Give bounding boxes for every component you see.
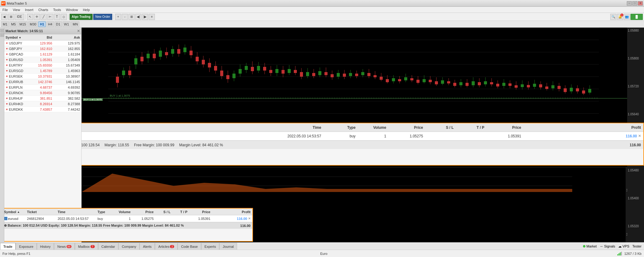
svg-rect-86 (349, 73, 352, 76)
market-row-11[interactable]: ▼ EURHKD 8.26914 8.27388 (4, 101, 81, 107)
market-row-1[interactable]: ▼ GBPJPY 162.810 162.855 (4, 46, 81, 52)
toolbar-grid[interactable]: ⊞ (128, 14, 135, 20)
direction-arrow-10: ▼ (6, 97, 8, 100)
new-order-button[interactable]: New Order (93, 14, 112, 20)
svg-rect-160 (576, 88, 579, 91)
timeframe-m30[interactable]: M30 (28, 21, 38, 27)
algo-trading-button[interactable]: Algo Trading (70, 14, 93, 20)
timeframe-m15[interactable]: M15 (18, 21, 28, 27)
svg-rect-116 (441, 80, 444, 84)
help-text: For Help, press F1 (2, 252, 30, 255)
market-row-6[interactable]: ▼ EURSEK 10.37931 10.38907 (4, 74, 81, 79)
direction-arrow-0: ▼ (6, 42, 8, 45)
toolbar-scroll-left[interactable]: ◀| (135, 14, 141, 20)
toolbox-btn-1[interactable]: ↕ (0, 29, 4, 33)
svg-rect-142 (521, 84, 524, 87)
menu-window[interactable]: Window (65, 8, 79, 12)
bottom-tab-company[interactable]: Company (118, 243, 140, 250)
menu-tools[interactable]: Tools (52, 8, 62, 12)
bottom-tab-mailbox[interactable]: Mailbox7 (75, 243, 98, 250)
toolbar-zoom-out[interactable]: - (122, 14, 128, 20)
bottom-tab-history[interactable]: History (37, 243, 54, 250)
bottom-tab-trade[interactable]: Trade (0, 243, 16, 250)
close-button[interactable]: ✕ (638, 1, 643, 6)
toolbar-more[interactable]: ≡ (149, 14, 155, 20)
bottom-tab-code-base[interactable]: Code Base (178, 243, 201, 250)
td-volume-1: 1 (358, 134, 389, 138)
toolbar-arrow[interactable]: ↖ (27, 14, 33, 20)
bottom-tab-news[interactable]: News99 (54, 243, 75, 250)
toolbar-search[interactable]: 🔍 (610, 14, 616, 20)
menu-file[interactable]: File (1, 8, 9, 12)
timeframe-d1[interactable]: D1 (55, 21, 62, 27)
direction-arrow-5: ▼ (6, 69, 8, 72)
toolbar-scroll-right[interactable]: |▶ (142, 14, 148, 20)
svg-rect-92 (367, 73, 370, 76)
toolbar-status-bar[interactable]: ▐▌ (631, 14, 643, 20)
svg-rect-34 (190, 51, 193, 55)
std-price2-1: 1.05391 (189, 217, 212, 221)
market-bid-5: 1.45789 (29, 69, 53, 73)
market-row-2[interactable]: ▼ GBPCAD 1.61129 1.61184 (4, 52, 81, 57)
timeframe-h1[interactable]: H1 (38, 21, 46, 27)
toolbar-zoom-in[interactable]: + (115, 14, 121, 20)
toolbar-contacts[interactable]: 👥 (624, 14, 630, 20)
signals-icon[interactable]: ↔ Signals (600, 244, 615, 248)
timeframe-h4[interactable]: H4 (46, 21, 54, 27)
bottom-tab-exposure[interactable]: Exposure (16, 243, 36, 250)
market-row-4[interactable]: ▼ EURTRY 15.65550 15.67349 (4, 63, 81, 68)
toolbar-text[interactable]: T (54, 14, 60, 20)
market-row-12[interactable]: ▼ EURDKK 7.43857 7.44242 (4, 107, 81, 112)
timeframe-m5[interactable]: M5 (10, 21, 17, 27)
market-row-3[interactable]: ▼ EURUSD 1.05391 1.05409 (4, 57, 81, 63)
market-row-5[interactable]: ▼ EURSGD 1.45789 1.45963 (4, 68, 81, 74)
menu-insert[interactable]: Insert (24, 8, 35, 12)
bottom-tab-journal[interactable]: Journal (219, 243, 237, 250)
menu-view[interactable]: View (12, 8, 21, 12)
toolbar-ide[interactable]: IDE (15, 14, 24, 20)
status-services: Market ↔ Signals ☁ VPS Tester (583, 243, 642, 250)
minimize-button[interactable]: ─ (627, 1, 632, 6)
toolbar-shape[interactable]: ◇ (61, 14, 67, 20)
toolbar-line[interactable]: ╱ (40, 14, 47, 20)
menu-help[interactable]: Help (82, 8, 91, 12)
bottom-tab-experts[interactable]: Experts (201, 243, 219, 250)
tester-icon[interactable]: Tester (632, 244, 642, 248)
market-bid-7: 142.3746 (29, 80, 53, 84)
market-row-9[interactable]: ▼ EURNOK 9.89456 9.90785 (4, 90, 81, 96)
std-symbol-1: - eurusd (2, 217, 25, 221)
toolbar-notification[interactable]: 🔔1 (617, 14, 623, 20)
market-ask-2: 1.61184 (53, 52, 81, 56)
timeframe-mn[interactable]: MN (71, 21, 79, 27)
bottom-tab-calendar[interactable]: Calendar (98, 243, 119, 250)
toolbar-crosshair[interactable]: ✛ (34, 14, 40, 20)
vps-icon[interactable]: ☁ VPS (618, 244, 629, 248)
menu-charts[interactable]: Charts (37, 8, 49, 12)
svg-rect-46 (226, 75, 229, 79)
market-watch-close-button[interactable]: ✕ (77, 29, 80, 33)
direction-arrow-2: ▼ (6, 53, 8, 56)
sth-price: Price (132, 210, 155, 214)
toolbox-btn-2[interactable]: ─ (0, 33, 4, 37)
market-row-10[interactable]: ▼ EURHUF 381.851 382.582 (4, 96, 81, 101)
toolbar-new-chart[interactable]: ⊞ (8, 14, 14, 20)
bottom-tab-articles[interactable]: Articles2 (155, 243, 178, 250)
market-icon[interactable]: Market (583, 244, 597, 248)
bottom-tab-alerts[interactable]: Alerts (140, 243, 155, 250)
market-bid-9: 9.89456 (29, 91, 53, 95)
counter-text: 1267 / 3 Kb (624, 252, 642, 255)
maximize-button[interactable]: □ (632, 1, 637, 6)
svg-rect-12 (122, 71, 125, 75)
toolbar-back[interactable]: ◀ (1, 14, 7, 20)
timeframe-m1[interactable]: M1 (1, 21, 9, 27)
sth-type: Type (96, 210, 114, 214)
toolbar-fib[interactable]: ⊢ (47, 14, 53, 20)
small-close-trade-1[interactable]: ✕ (248, 217, 251, 220)
timeframe-w1[interactable]: W1 (63, 21, 71, 27)
market-row-8[interactable]: ▼ EURPLN 4.68737 4.69392 (4, 85, 81, 90)
close-trade-button-1[interactable]: ✕ (638, 134, 641, 138)
th-tp: T / P (456, 125, 487, 130)
market-row-7[interactable]: ▼ EURRUB 142.3746 146.1145 (4, 79, 81, 85)
market-row-0[interactable]: ▼ USDJPY 129.956 129.975 (4, 40, 81, 46)
balance-bar: ⊕ Balance: 100 012.54 USD Equity: 100 12… (82, 140, 643, 149)
